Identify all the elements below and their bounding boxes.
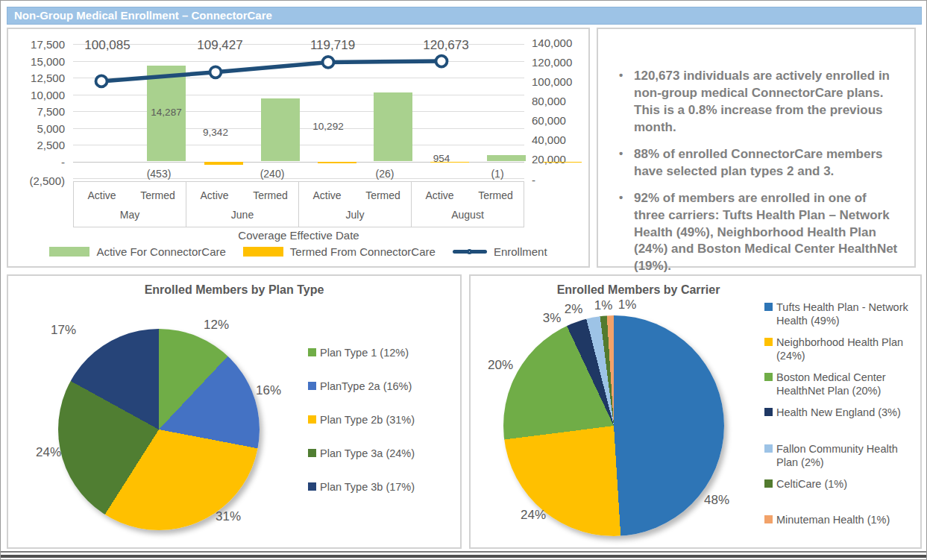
- plan-type-pie: [58, 329, 260, 530]
- carrier-pie-panel: Enrolled Members by Carrier 48% 24% 20% …: [469, 274, 922, 549]
- termed-data-label: (26): [376, 168, 395, 180]
- window-bottom-border: [1, 551, 926, 553]
- month-label: July: [299, 209, 411, 221]
- pie-slice-label: 48%: [704, 493, 729, 508]
- legend-swatch-icon: [308, 348, 316, 356]
- summary-bullet-text: 88% of enrolled ConnectorCare members ha…: [634, 147, 882, 178]
- pie-slice-label: 12%: [204, 318, 229, 333]
- legend-swatch-termed-icon: [243, 247, 283, 257]
- pie-legend-label: Plan Type 1 (12%): [320, 346, 409, 359]
- legend-label: Active For ConnectorCare: [96, 245, 225, 258]
- pie-slice-label: 24%: [521, 508, 546, 523]
- pie-legend-label: Plan Type 3b (17%): [320, 480, 415, 494]
- pie-legend-label: Boston Medical Center HealthNet Plan (20…: [776, 371, 921, 397]
- category-group-july: Active Termed July: [299, 182, 412, 227]
- termed-data-label: (453): [147, 168, 172, 180]
- pie-slice-label: 3%: [543, 311, 562, 326]
- pie-title: Enrolled Members by Carrier: [471, 283, 806, 297]
- summary-bullet-text: 120,673 individuals are actively enrolle…: [634, 69, 890, 134]
- bar-data-label: 14,287: [151, 107, 181, 118]
- pie-legend-item: CeltiCare (1%): [764, 477, 921, 491]
- pie-legend-item: Boston Medical Center HealthNet Plan (20…: [764, 371, 921, 397]
- pie-legend-item: PlanType 2a (16%): [308, 380, 412, 393]
- right-axis-tick: -: [532, 174, 535, 186]
- sub-category-label: Active: [74, 189, 130, 201]
- pie-legend-label: CeltiCare (1%): [776, 477, 847, 491]
- pie-legend-item: Plan Type 1 (12%): [308, 346, 409, 359]
- pie-legend-label: Plan Type 3a (24%): [320, 447, 415, 460]
- bullet-icon: •: [619, 190, 623, 205]
- sub-category-label: Active: [299, 189, 355, 201]
- left-axis-tick: 17,500: [31, 38, 65, 51]
- month-label: May: [74, 209, 186, 221]
- legend-swatch-icon: [308, 415, 316, 424]
- sub-category-label: Termed: [130, 189, 186, 201]
- legend-swatch-icon: [308, 382, 316, 390]
- right-axis-tick: 40,000: [532, 133, 566, 146]
- bar-data-label: 9,342: [203, 127, 228, 138]
- pie-slice-label: 17%: [51, 323, 76, 338]
- sub-category-label: Termed: [242, 189, 298, 201]
- pie-legend-item: Neighborhood Health Plan (24%): [764, 336, 921, 362]
- pie-legend-item: Fallon Community Health Plan (2%): [764, 442, 921, 469]
- window-bottom-border: [1, 555, 926, 558]
- legend-swatch-active-icon: [49, 247, 89, 257]
- summary-bullet: • 120,673 individuals are actively enrol…: [618, 68, 899, 136]
- line-marker-icon: [453, 250, 487, 254]
- left-axis-tick: (2,500): [29, 174, 65, 187]
- right-axis-tick: 80,000: [532, 95, 566, 107]
- pie-legend-item: Health New England (3%): [764, 406, 921, 419]
- left-axis-tick: 12,500: [31, 72, 65, 84]
- pie-legend-item: Tufts Health Plan - Network Health (49%): [764, 301, 921, 327]
- right-axis-tick: 20,000: [532, 153, 566, 166]
- right-axis-tick: 140,000: [532, 37, 572, 49]
- line-data-label: 100,085: [84, 38, 130, 53]
- pie-slice-label: 1%: [594, 298, 613, 313]
- summary-bullet-text: 92% of members are enrolled in one of th…: [634, 191, 897, 274]
- month-label: June: [186, 209, 298, 221]
- legend-swatch-icon: [764, 373, 773, 381]
- enrollment-line: [73, 44, 524, 178]
- left-axis-tick: 5,000: [37, 122, 65, 134]
- sub-category-label: Termed: [468, 189, 524, 201]
- pie-slice-label: 31%: [216, 509, 241, 524]
- pie-legend-label: Neighborhood Health Plan (24%): [776, 336, 921, 362]
- legend-swatch-icon: [764, 444, 773, 453]
- pie-slice-label: 16%: [256, 383, 281, 398]
- summary-bullet-list: • 120,673 individuals are actively enrol…: [598, 29, 914, 275]
- bar-data-label: 954: [433, 153, 450, 164]
- right-axis-tick: 120,000: [532, 56, 572, 69]
- category-group-june: Active Termed June: [186, 182, 299, 227]
- pie-legend-label: PlanType 2a (16%): [320, 380, 412, 393]
- month-label: August: [412, 209, 524, 221]
- bullet-icon: •: [619, 68, 623, 83]
- carrier-pie: [503, 315, 724, 536]
- x-axis-title: Coverage Effective Date: [73, 229, 524, 242]
- chart-legend: Active For ConnectorCare Termed From Con…: [8, 245, 588, 258]
- legend-swatch-icon: [308, 449, 316, 457]
- line-data-label: 119,719: [310, 38, 355, 53]
- legend-swatch-icon: [764, 408, 773, 416]
- termed-data-label: (240): [260, 168, 285, 180]
- line-data-label: 109,427: [197, 38, 242, 53]
- category-group-may: Active Termed May: [74, 182, 186, 227]
- left-axis-tick: -: [61, 155, 65, 168]
- pie-legend-label: Minuteman Health (1%): [776, 513, 890, 526]
- page-title: Non-Group Medical Enrollment – Connector…: [7, 7, 922, 25]
- pie-legend-item: Minuteman Health (1%): [764, 513, 921, 526]
- dashboard: Non-Group Medical Enrollment – Connector…: [0, 0, 927, 560]
- summary-bullet: • 92% of members are enrolled in one of …: [618, 190, 899, 276]
- plot-area: 100,085 109,427 119,719 120,673 14,287 9…: [73, 44, 524, 178]
- legend-label: Termed From ConnectorCare: [290, 245, 436, 258]
- left-axis-tick: 15,000: [31, 54, 65, 67]
- pie-legend-item: Plan Type 3a (24%): [308, 447, 415, 460]
- pie-slice-label: 24%: [36, 445, 61, 460]
- pie-legend-label: Plan Type 2b (31%): [320, 413, 415, 427]
- sub-category-label: Active: [186, 189, 242, 201]
- pie-slice-label: 20%: [488, 358, 513, 373]
- left-axis-tick: 7,500: [37, 105, 65, 118]
- bar-termed-august: [543, 162, 582, 163]
- enrollment-chart-panel: 17,500 15,000 12,500 10,000 7,500 5,000 …: [7, 28, 590, 268]
- legend-swatch-icon: [764, 479, 773, 488]
- line-data-label: 120,673: [423, 38, 468, 53]
